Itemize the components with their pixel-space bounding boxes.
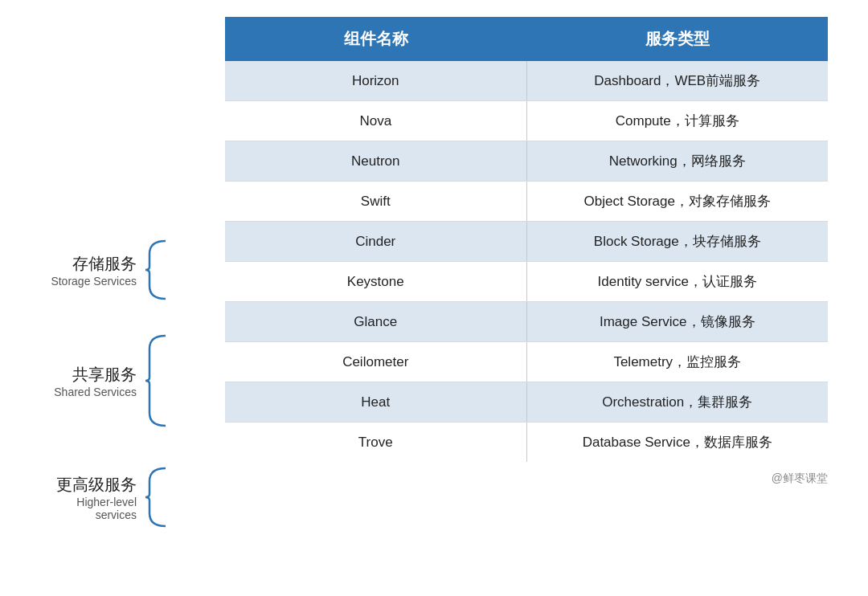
table-row: CinderBlock Storage，块存储服务 <box>225 222 828 262</box>
service-cell: Compute，计算服务 <box>526 101 828 141</box>
service-cell: Dashboard，WEB前端服务 <box>526 61 828 101</box>
table-row: NeutronNetworking，网络服务 <box>225 141 828 182</box>
service-cell: Telemetry，监控服务 <box>526 342 828 382</box>
service-cell: Database Service，数据库服务 <box>526 423 828 463</box>
service-cell: Orchestration，集群服务 <box>526 382 828 423</box>
storage-services-zh: 存储服务 <box>40 253 137 275</box>
table-row: SwiftObject Storage，对象存储服务 <box>225 182 828 222</box>
table-row: NovaCompute，计算服务 <box>225 101 828 141</box>
col-service-header: 服务类型 <box>526 17 828 61</box>
component-cell: Swift <box>225 182 526 222</box>
service-cell: Identity service，认证服务 <box>526 262 828 302</box>
higher-level-brace-icon <box>141 465 170 529</box>
service-cell: Networking，网络服务 <box>526 141 828 182</box>
higher-level-zh: 更高级服务 <box>40 474 137 496</box>
service-cell: Object Storage，对象存储服务 <box>526 182 828 222</box>
component-cell: Trove <box>225 423 526 463</box>
shared-services-brace-icon <box>141 333 170 429</box>
storage-services-brace-icon <box>141 238 170 302</box>
col-component-header: 组件名称 <box>225 17 526 61</box>
component-cell: Neutron <box>225 141 526 182</box>
service-cell: Block Storage，块存储服务 <box>526 222 828 262</box>
component-cell: Heat <box>225 382 526 423</box>
table-row: TroveDatabase Service，数据库服务 <box>225 423 828 463</box>
storage-services-label: 存储服务 Storage Services <box>40 238 225 302</box>
table-row: KeystoneIdentity service，认证服务 <box>225 262 828 302</box>
shared-services-label: 共享服务 Shared Services <box>40 333 225 429</box>
component-cell: Cinder <box>225 222 526 262</box>
shared-services-zh: 共享服务 <box>40 364 137 386</box>
table-row: HeatOrchestration，集群服务 <box>225 382 828 423</box>
shared-services-en: Shared Services <box>40 386 137 398</box>
components-table: 组件名称 服务类型 HorizonDashboard，WEB前端服务NovaCo… <box>225 17 828 462</box>
component-cell: Glance <box>225 302 526 342</box>
watermark: @鲜枣课堂 <box>772 471 828 486</box>
component-cell: Nova <box>225 101 526 141</box>
higher-level-en: Higher-level services <box>40 496 137 521</box>
table-row: GlanceImage Service，镜像服务 <box>225 302 828 342</box>
component-cell: Keystone <box>225 262 526 302</box>
storage-services-en: Storage Services <box>40 275 137 288</box>
table-row: CeilometerTelemetry，监控服务 <box>225 342 828 382</box>
table-row: HorizonDashboard，WEB前端服务 <box>225 61 828 101</box>
component-cell: Horizon <box>225 61 526 101</box>
higher-level-services-label: 更高级服务 Higher-level services <box>40 465 225 529</box>
component-cell: Ceilometer <box>225 342 526 382</box>
service-cell: Image Service，镜像服务 <box>526 302 828 342</box>
